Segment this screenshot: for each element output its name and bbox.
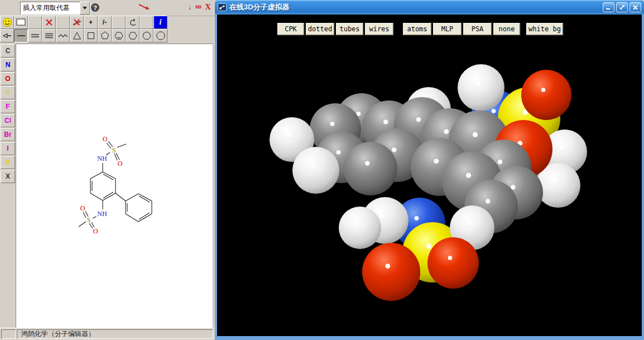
- tool-label-box[interactable]: [14, 16, 28, 29]
- window-molecule-icon: [218, 3, 227, 12]
- viewer-button-white-bg[interactable]: white bg: [526, 23, 563, 35]
- atom-label-S: S: [87, 216, 91, 224]
- close-button[interactable]: [629, 2, 641, 12]
- tool-select[interactable]: [0, 29, 14, 42]
- structure-canvas-2d[interactable]: OSONHNHSOO: [16, 44, 213, 329]
- atom-label-NH: NH: [97, 155, 107, 162]
- tool-bond-single[interactable]: [14, 29, 28, 42]
- viewer-button-dotted[interactable]: dotted: [306, 23, 334, 35]
- bond-line: [93, 216, 97, 218]
- tool-ring-3[interactable]: [70, 29, 84, 42]
- tool-smiley[interactable]: [0, 16, 14, 29]
- tool-empty-1: [28, 16, 42, 29]
- element-button-Br[interactable]: Br: [1, 128, 15, 141]
- bond-line: [117, 144, 126, 147]
- statusbar-grip: [1, 329, 16, 339]
- viewer-button-tubes[interactable]: tubes: [336, 23, 363, 35]
- tool-delete-bond[interactable]: [70, 16, 84, 29]
- tool-charge-plus[interactable]: +: [84, 16, 98, 29]
- restore-button[interactable]: [616, 2, 628, 12]
- specular-highlight: [426, 244, 431, 249]
- tool-info[interactable]: i: [153, 16, 167, 29]
- substituent-dropdown[interactable]: 插入常用取代基: [20, 2, 90, 15]
- window-controls: [603, 2, 641, 12]
- viewer-button-group-2: atomsMLPPSAnone: [403, 23, 520, 35]
- zigzag-chain-icon: [58, 33, 68, 39]
- bond-line: [89, 223, 93, 228]
- tool-ring-8[interactable]: [153, 29, 167, 42]
- smiley-icon: [2, 17, 12, 27]
- specular-highlight: [560, 146, 564, 150]
- element-button-O[interactable]: O: [1, 72, 15, 85]
- minimize-button[interactable]: [603, 2, 614, 12]
- tool-delete[interactable]: [42, 16, 56, 29]
- editor-statusbar: 鸿鹄化学（分子编辑器）: [0, 328, 215, 340]
- tool-ring-4[interactable]: [84, 29, 98, 42]
- viewer-button-atoms[interactable]: atoms: [403, 23, 431, 35]
- element-button-S[interactable]: S: [1, 86, 15, 99]
- element-button-I[interactable]: I: [1, 142, 15, 155]
- square-ring-icon: [86, 31, 95, 40]
- double-bond-icon: [31, 33, 40, 38]
- element-button-P[interactable]: P: [1, 156, 15, 169]
- infinity-icon[interactable]: ∞: [195, 2, 201, 12]
- help-icon[interactable]: ?: [91, 3, 99, 12]
- atom-sphere-O: [427, 237, 479, 289]
- element-button-X[interactable]: X: [1, 170, 15, 183]
- tool-chain[interactable]: [56, 29, 70, 42]
- clear-x-icon[interactable]: X: [205, 2, 211, 12]
- triangle-ring-icon: [73, 31, 81, 40]
- single-bond-icon: [17, 35, 26, 37]
- specular-highlight: [468, 222, 472, 226]
- label-box-icon: [16, 18, 26, 26]
- topbar-right-icons: ↓ ∞ X: [188, 2, 211, 12]
- viewer-button-group-3: white bg: [526, 23, 563, 35]
- tool-undo[interactable]: [126, 16, 140, 29]
- bond-line: [138, 214, 152, 222]
- tool-bond-double[interactable]: [28, 29, 42, 42]
- atom-sphere-O: [521, 70, 571, 120]
- tool-ring-benzene[interactable]: [112, 29, 126, 42]
- atom-label-O: O: [118, 160, 123, 167]
- tool-charge-minus[interactable]: /-: [98, 16, 112, 29]
- octagon-ring-icon: [156, 31, 165, 40]
- element-button-Cl[interactable]: Cl: [1, 114, 15, 127]
- specular-highlight: [392, 147, 396, 152]
- specular-highlight: [434, 159, 439, 164]
- molecule-3d-render[interactable]: [217, 15, 642, 336]
- tool-empty-2: [56, 16, 70, 29]
- viewer-button-CPK[interactable]: CPK: [277, 23, 304, 35]
- specular-highlight: [498, 160, 503, 165]
- diagonal-arrow-icon[interactable]: [137, 3, 152, 12]
- bond-line: [83, 212, 86, 218]
- tool-ring-6[interactable]: [126, 29, 140, 42]
- specular-highlight: [330, 122, 335, 126]
- specular-highlight: [473, 132, 478, 137]
- atom-label-S: S: [112, 146, 116, 154]
- atom-sphere-O: [362, 243, 420, 301]
- tool-ring-7[interactable]: [140, 29, 153, 42]
- viewer-button-wires[interactable]: wires: [365, 23, 393, 35]
- bond-line: [90, 172, 103, 179]
- viewer-button-PSA[interactable]: PSA: [463, 23, 492, 35]
- specular-highlight: [365, 161, 369, 165]
- specular-highlight: [476, 81, 480, 85]
- download-arrow-icon[interactable]: ↓: [188, 2, 192, 11]
- element-button-F[interactable]: F: [1, 100, 15, 113]
- dropdown-arrow-button[interactable]: [80, 2, 90, 15]
- specular-highlight: [355, 222, 359, 225]
- element-button-C[interactable]: C: [1, 44, 15, 58]
- specular-highlight: [380, 214, 384, 218]
- specular-highlight: [383, 119, 388, 124]
- element-button-N[interactable]: N: [1, 58, 15, 71]
- viewer-button-MLP[interactable]: MLP: [433, 23, 462, 35]
- viewer-titlebar[interactable]: 在线3D分子虚拟器: [215, 0, 644, 15]
- specular-highlight: [444, 129, 449, 134]
- bond-line: [79, 222, 86, 227]
- bond-line: [126, 194, 138, 201]
- viewer-3d-canvas[interactable]: CPKdottedtubeswiresatomsMLPPSAnonewhite …: [217, 15, 642, 336]
- viewer-3d-window: 在线3D分子虚拟器: [215, 0, 644, 340]
- viewer-button-none[interactable]: none: [493, 23, 520, 35]
- tool-ring-5[interactable]: [98, 29, 112, 42]
- tool-bond-triple[interactable]: [42, 29, 56, 42]
